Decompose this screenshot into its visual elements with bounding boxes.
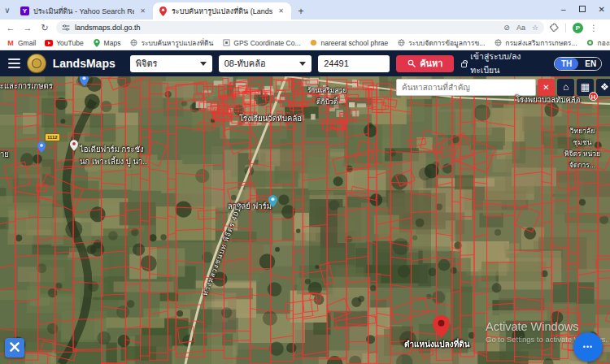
reload-icon[interactable]: ↻ (39, 23, 50, 33)
bookmark-label: กรมส่งเสริมการเกษตร... (505, 37, 577, 49)
poi-label-school: โรงเรียนวัดทับคล้อ (239, 112, 302, 124)
lang-th-button[interactable]: TH (555, 58, 578, 70)
poi-label-edge-fragment: าย (0, 148, 9, 160)
activate-windows-watermark: Activate Windows (486, 320, 578, 333)
bookmark-label: GPS Coordinate Co... (233, 39, 300, 47)
extensions-icon[interactable] (550, 23, 559, 33)
toolbar-actions: P ⋮ (550, 23, 598, 33)
map-pin-favicon-icon (159, 6, 168, 15)
map-pin-light-icon (70, 140, 78, 154)
poi-label-college: วิทยาลัย ชุมชน พิจิตร หน่วย จัดการ... (558, 125, 607, 171)
yahoo-favicon-icon: Y (20, 6, 29, 15)
bookmark-star-icon[interactable]: ☆ (532, 24, 538, 32)
basemap-layers-button[interactable]: ❖ (596, 79, 610, 96)
province-select[interactable]: พิจิตร (130, 55, 212, 72)
bookmark-label: YouTube (56, 39, 83, 47)
app-title: LandsMaps (53, 57, 115, 70)
bookmarks-bar: MGmail YouTube Maps ระบบค้นหารูปแปลงที่ด… (0, 36, 610, 50)
bookmark-label: Gmail (18, 39, 36, 47)
url-text[interactable]: landsmaps.dol.go.th (75, 24, 499, 32)
bookmark-youtube[interactable]: YouTube (45, 39, 83, 47)
bookmark-doae[interactable]: กรมส่งเสริมการเกษตร... (494, 37, 577, 49)
bookmark-label: ระบบจัดการข้อมูลการข... (408, 37, 485, 49)
bookmark-label: nareerat school phrae (321, 39, 389, 47)
lang-en-button[interactable]: EN (578, 58, 602, 70)
poi-label-farm: ไอเดียฟาร์ม กระชัง นก เพาะเลี้ยง ปู นา.. (80, 143, 147, 167)
close-tab-icon[interactable]: ✕ (277, 6, 285, 15)
province-value: พิจิตร (136, 56, 158, 71)
menu-hamburger-icon[interactable] (8, 58, 20, 68)
more-actions-fab[interactable]: ••• (573, 332, 603, 362)
bookmark-gps[interactable]: GPS Coordinate Co... (222, 39, 300, 47)
bookmark-gmail[interactable]: MGmail (7, 39, 36, 47)
tab-yahoo-search[interactable]: Y ประเมินที่ดิน - Yahoo Search Resu ✕ (15, 2, 153, 20)
bookmark-label: ระบบค้นหารูปแปลงที่ดิน (141, 37, 213, 49)
hospital-icon: H (589, 92, 598, 101)
youtube-icon (45, 39, 53, 47)
map-pin-teal-icon (268, 195, 277, 210)
gps-icon (222, 39, 230, 47)
tab-title: ระบบค้นหารูปแปลงที่ดิน (LandsMa (172, 6, 272, 17)
translate-icon[interactable]: Aa (516, 24, 525, 32)
map-container: ✕ ⌂ ▦ ❖ เคหะและการเกษตร ร้านเสริมสวย ดีก… (0, 76, 610, 364)
close-tab-icon[interactable]: ✕ (138, 6, 147, 15)
search-button-label: ค้นหา (420, 56, 442, 71)
globe-icon (494, 39, 502, 47)
chevron-down-icon (299, 62, 306, 66)
poi-label-salon: ร้านเสริมสวย ดีกิบิวตี้ (307, 84, 346, 107)
new-tab-button[interactable]: + (294, 3, 307, 20)
gmail-icon: M (7, 39, 15, 47)
poi-label-hospital: โรงพยาบาลทับคล้อ (516, 93, 580, 106)
maps-pin-icon (93, 39, 101, 47)
parcel-marker-label: ตำแหน่งแปลงที่ดิน (404, 338, 470, 350)
site-settings-icon[interactable] (62, 20, 70, 35)
school-icon (310, 39, 318, 47)
browser-toolbar: ← → ↻ landsmaps.dol.go.th ⊘ Aa ☆ P ⋮ (0, 20, 610, 36)
back-icon[interactable]: ← (5, 23, 16, 32)
profile-avatar[interactable]: P (573, 23, 583, 33)
search-icon (407, 59, 416, 67)
tab-search-chevron-icon[interactable]: ∨ (0, 2, 15, 20)
bookmark-label: กองการเจ้าหน้าที่ กรมส่... (598, 37, 610, 49)
measure-tools-button[interactable] (5, 338, 24, 358)
chevron-down-icon (200, 62, 207, 66)
globe-icon (129, 39, 137, 47)
divider (565, 24, 566, 32)
login-label: เข้าสู่ระบบ/ลงทะเบียน (470, 50, 547, 77)
bookmark-maps[interactable]: Maps (93, 39, 121, 47)
crossed-tools-icon (7, 340, 22, 354)
window-controls: – ✕ (561, 0, 605, 18)
maximize-icon[interactable] (579, 6, 586, 12)
search-button[interactable]: ค้นหา (396, 55, 454, 72)
landsmaps-header: LandsMaps พิจิตร 08-ทับคล้อ ค้นหา เข้าสู… (0, 50, 610, 76)
close-window-icon[interactable]: ✕ (599, 5, 605, 14)
browser-window: ∨ Y ประเมินที่ดิน - Yahoo Search Resu ✕ … (0, 0, 610, 364)
tab-strip: ∨ Y ประเมินที่ดิน - Yahoo Search Resu ✕ … (0, 0, 610, 20)
omnibox-actions: ⊘ Aa ☆ (503, 24, 538, 32)
language-toggle: TH EN (554, 57, 602, 71)
lock-icon (461, 63, 468, 67)
minimize-icon[interactable]: – (561, 5, 566, 14)
bookmark-school[interactable]: nareerat school phrae (310, 39, 389, 47)
notifications-blocked-icon[interactable]: ⊘ (503, 24, 510, 32)
parcel-number-input[interactable] (318, 55, 390, 72)
forward-icon[interactable]: → (22, 23, 33, 32)
district-select[interactable]: 08-ทับคล้อ (219, 55, 312, 72)
bookmark-label: Maps (104, 39, 121, 47)
bookmark-data-system[interactable]: ระบบจัดการข้อมูลการข... (397, 37, 485, 49)
tab-title: ประเมินที่ดิน - Yahoo Search Resu (33, 6, 134, 17)
bookmark-personnel[interactable]: กองการเจ้าหน้าที่ กรมส่... (586, 37, 610, 49)
bookmark-landsmaps[interactable]: ระบบค้นหารูปแปลงที่ดิน (129, 37, 213, 49)
menu-icon[interactable]: ⋮ (590, 24, 598, 32)
map-pin-blue-icon (37, 141, 46, 156)
globe-icon (397, 39, 405, 47)
login-register-link[interactable]: เข้าสู่ระบบ/ลงทะเบียน (461, 50, 547, 77)
address-bar[interactable]: landsmaps.dol.go.th ⊘ Aa ☆ (56, 21, 544, 34)
map-pin-blue-icon (80, 76, 89, 89)
road-shield-1112: 1112 (45, 133, 60, 141)
tab-landsmaps[interactable]: ระบบค้นหารูปแปลงที่ดิน (LandsMa ✕ (153, 2, 291, 20)
poi-label-agriculture: เคหะและการเกษตร (0, 80, 53, 92)
dol-logo (27, 54, 46, 73)
org-icon (586, 39, 595, 47)
district-value: 08-ทับคล้อ (224, 56, 266, 71)
